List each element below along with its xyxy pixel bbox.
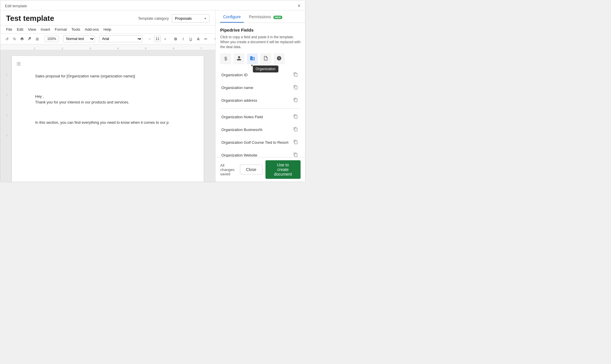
copy-org-address-button[interactable] <box>292 97 299 104</box>
font-size-inc-button[interactable]: + <box>162 36 168 42</box>
close-button[interactable]: Close <box>240 165 263 174</box>
doc-para-4 <box>35 110 180 116</box>
ruler-tick-1: 1 <box>21 47 48 50</box>
field-item-org-id[interactable]: Organization ID <box>220 68 301 81</box>
clone-button[interactable]: ⊞ <box>34 36 40 42</box>
print-button[interactable] <box>19 36 25 42</box>
font-size-display[interactable]: 11 <box>154 36 161 42</box>
footer: All changes saved Close Use to create do… <box>216 157 305 182</box>
tab-configure-label: Configure <box>223 14 241 19</box>
line-num-4: 4 <box>6 134 8 137</box>
field-name-org-address: Organization address <box>221 98 292 103</box>
field-item-org-business[interactable]: Organization Business% <box>220 123 301 136</box>
field-name-org-id: Organization ID <box>221 72 292 78</box>
underline-button[interactable]: U <box>187 36 194 42</box>
title-bar: Edit template × <box>0 0 305 10</box>
person-category-button[interactable] <box>234 53 245 64</box>
copy-icon-3 <box>293 98 298 103</box>
paintformat-button[interactable] <box>26 36 33 42</box>
use-to-create-button[interactable]: Use to create document <box>265 160 301 179</box>
dialog-title: Edit template <box>5 4 27 8</box>
sidebar: Configure Permissions NEW Pipedrive Fiel… <box>215 10 305 182</box>
copy-org-id-button[interactable] <box>292 71 299 79</box>
field-item-org-name[interactable]: Organization name <box>220 81 301 94</box>
field-item-org-address[interactable]: Organization address <box>220 94 301 107</box>
style-select[interactable]: Normal text Heading 1 Heading 2 <box>63 35 95 42</box>
tab-configure[interactable]: Configure <box>220 10 244 23</box>
copy-icon-2 <box>293 85 298 90</box>
style-select-wrapper: Normal text Heading 1 Heading 2 <box>63 35 95 42</box>
line-numbers: 1 2 3 4 <box>6 73 8 137</box>
table-icon: ⊞ <box>17 61 21 67</box>
sidebar-tabs: Configure Permissions NEW <box>216 10 305 23</box>
link-button[interactable] <box>213 36 215 42</box>
menu-file[interactable]: File <box>6 27 12 32</box>
template-title: Test template <box>6 14 54 23</box>
copy-org-name-button[interactable] <box>292 84 299 91</box>
dialog-close-button[interactable]: × <box>297 3 301 8</box>
doc-para-1: Sales proposal for [Organization name (o… <box>35 73 180 79</box>
doc-para-2 <box>35 83 180 90</box>
copy-icon <box>293 72 298 78</box>
ruler-tick-2: 2 <box>48 47 76 50</box>
ruler-tick-6: 6 <box>160 47 187 50</box>
menu-help[interactable]: Help <box>104 27 111 32</box>
document-icon <box>263 56 268 62</box>
field-name-org-website: Organization Website <box>221 153 292 157</box>
font-color-button[interactable]: A <box>195 36 201 42</box>
font-size-dec-button[interactable]: − <box>147 36 153 42</box>
font-select[interactable]: Arial Times New Roman Courier New <box>99 35 142 42</box>
redo-button[interactable]: ↻ <box>11 36 18 42</box>
menu-tools[interactable]: Tools <box>71 27 80 32</box>
time-category-button[interactable] <box>274 53 285 64</box>
save-status: All changes saved <box>220 163 237 176</box>
field-item-org-notes[interactable]: Organization Notes Field <box>220 110 301 123</box>
ruler: 1 2 3 4 5 6 7 <box>0 44 215 50</box>
doc-para-5: In this section, you can find everything… <box>35 120 180 126</box>
tab-permissions[interactable]: Permissions NEW <box>246 10 285 23</box>
menu-bar: File Edit View Insert Format Tools Add-o… <box>0 26 215 34</box>
copy-org-website-button[interactable] <box>292 151 299 157</box>
menu-view[interactable]: View <box>28 27 36 32</box>
bold-button[interactable]: B <box>172 36 179 42</box>
copy-icon-5 <box>293 127 298 132</box>
field-item-org-website[interactable]: Organization Website <box>220 149 301 157</box>
menu-format[interactable]: Format <box>55 27 67 32</box>
pipedrive-fields-title: Pipedrive Fields <box>220 28 301 32</box>
document-category-button[interactable] <box>260 53 271 64</box>
zoom-display[interactable]: 100% <box>44 36 59 42</box>
copy-org-notes-button[interactable] <box>292 113 299 121</box>
field-list: Organization ID Organization name <box>220 68 301 157</box>
copy-org-golf-button[interactable] <box>292 139 299 146</box>
menu-edit[interactable]: Edit <box>17 27 23 32</box>
template-category-wrapper: Template category Proposals Contracts Qu… <box>138 14 209 23</box>
category-select[interactable]: Proposals Contracts Quotes Other <box>172 14 209 23</box>
deal-category-button[interactable]: $ <box>220 53 231 64</box>
toolbar: ↺ ↻ ⊞ 100% Normal text Heading 1 Heading… <box>0 34 215 44</box>
sidebar-content: Pipedrive Fields Click to copy a field a… <box>216 23 305 157</box>
ruler-line: 1 2 3 4 5 6 7 <box>0 44 215 50</box>
editor-section: Test template Template category Proposal… <box>0 10 215 182</box>
category-label: Template category <box>138 16 169 21</box>
field-item-org-golf[interactable]: Organization Golf Course Tied to Resort <box>220 136 301 149</box>
field-sep-1 <box>220 108 301 109</box>
line-num-3: 3 <box>6 114 8 117</box>
permissions-badge: NEW <box>273 16 282 19</box>
copy-org-business-button[interactable] <box>292 126 299 133</box>
menu-insert[interactable]: Insert <box>41 27 50 32</box>
field-name-org-name: Organization name <box>221 85 292 90</box>
editor-header: Test template Template category Proposal… <box>0 10 215 26</box>
menu-addons[interactable]: Add-ons <box>85 27 99 32</box>
tab-permissions-label: Permissions <box>249 14 271 19</box>
document-page[interactable]: ⊞ Sales proposal for [Organization name … <box>12 56 204 182</box>
field-name-org-golf: Organization Golf Course Tied to Resort <box>221 140 292 145</box>
ruler-tick-5: 5 <box>132 47 160 50</box>
ruler-tick-7: 7 <box>187 47 215 50</box>
doc-content[interactable]: Sales proposal for [Organization name (o… <box>35 73 180 126</box>
organization-category-button[interactable] <box>247 53 258 64</box>
highlight-button[interactable]: ✏ <box>203 36 209 42</box>
content-area: Test template Template category Proposal… <box>0 10 305 182</box>
undo-button[interactable]: ↺ <box>4 36 10 42</box>
font-select-wrapper: Arial Times New Roman Courier New <box>99 35 142 42</box>
italic-button[interactable]: I <box>180 36 186 42</box>
